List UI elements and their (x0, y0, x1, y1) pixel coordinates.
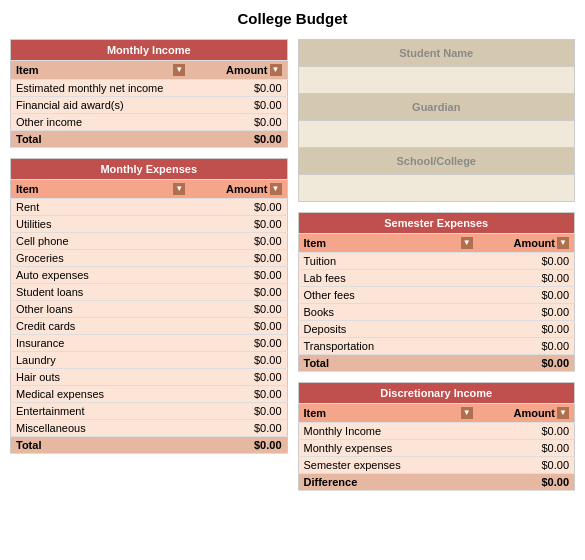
expenses-total-label: Total (11, 437, 191, 454)
semester-row: Books$0.00 (298, 304, 575, 321)
disc-item-col-header: Item ▼ (298, 404, 478, 423)
expenses-total-amount: $0.00 (190, 437, 287, 454)
guardian-value[interactable] (298, 121, 575, 148)
income-item-col-header: Item ▼ (11, 61, 191, 80)
income-item-cell: Other income (11, 114, 191, 131)
semester-item-cell: Deposits (298, 321, 478, 338)
semester-amount-cell: $0.00 (478, 253, 575, 270)
monthly-income-table: Monthly Income Item ▼ Amount ▼ (10, 39, 288, 148)
expenses-amount-cell: $0.00 (190, 335, 287, 352)
expenses-amount-cell: $0.00 (190, 301, 287, 318)
semester-amount-sort-btn[interactable]: ▼ (557, 237, 569, 249)
semester-item-cell: Other fees (298, 287, 478, 304)
semester-item-sort-btn[interactable]: ▼ (461, 237, 473, 249)
semester-total-label: Total (298, 355, 478, 372)
semester-item-cell: Tuition (298, 253, 478, 270)
semester-row: Transportation$0.00 (298, 338, 575, 355)
disc-amount-col-header: Amount ▼ (478, 404, 575, 423)
semester-amount-cell: $0.00 (478, 304, 575, 321)
expenses-row: Cell phone$0.00 (11, 233, 288, 250)
semester-expenses-header: Semester Expenses (298, 213, 575, 234)
income-item-cell: Estimated monthly net income (11, 80, 191, 97)
expenses-item-cell: Insurance (11, 335, 191, 352)
expenses-item-col-header: Item ▼ (11, 180, 191, 199)
expenses-amount-cell: $0.00 (190, 420, 287, 437)
semester-amount-cell: $0.00 (478, 338, 575, 355)
expenses-amount-cell: $0.00 (190, 267, 287, 284)
expenses-row: Insurance$0.00 (11, 335, 288, 352)
expenses-amount-cell: $0.00 (190, 403, 287, 420)
expenses-amount-col-header: Amount ▼ (190, 180, 287, 199)
expenses-row: Utilities$0.00 (11, 216, 288, 233)
discretionary-income-header: Discretionary Income (298, 383, 575, 404)
semester-item-col-header: Item ▼ (298, 234, 478, 253)
semester-amount-cell: $0.00 (478, 270, 575, 287)
disc-amount-sort-btn[interactable]: ▼ (557, 407, 569, 419)
expenses-amount-cell: $0.00 (190, 386, 287, 403)
expenses-item-cell: Groceries (11, 250, 191, 267)
expenses-item-cell: Credit cards (11, 318, 191, 335)
expenses-row: Entertainment$0.00 (11, 403, 288, 420)
expenses-item-cell: Entertainment (11, 403, 191, 420)
expenses-item-cell: Rent (11, 199, 191, 216)
expenses-item-cell: Hair outs (11, 369, 191, 386)
income-item-cell: Financial aid award(s) (11, 97, 191, 114)
expenses-row: Other loans$0.00 (11, 301, 288, 318)
expenses-amount-cell: $0.00 (190, 199, 287, 216)
school-value[interactable] (298, 175, 575, 202)
semester-item-cell: Transportation (298, 338, 478, 355)
expenses-amount-cell: $0.00 (190, 284, 287, 301)
expenses-amount-cell: $0.00 (190, 318, 287, 335)
income-amount-cell: $0.00 (190, 114, 287, 131)
expenses-item-cell: Cell phone (11, 233, 191, 250)
disc-amount-cell: $0.00 (478, 440, 575, 457)
expenses-row: Laundry$0.00 (11, 352, 288, 369)
monthly-expenses-header: Monthly Expenses (11, 159, 288, 180)
semester-row: Lab fees$0.00 (298, 270, 575, 287)
disc-amount-cell: $0.00 (478, 457, 575, 474)
semester-item-cell: Books (298, 304, 478, 321)
disc-item-sort-btn[interactable]: ▼ (461, 407, 473, 419)
income-total-amount: $0.00 (190, 131, 287, 148)
disc-item-cell: Semester expenses (298, 457, 478, 474)
disc-total-label: Difference (298, 474, 478, 491)
income-amount-cell: $0.00 (190, 97, 287, 114)
semester-expenses-table: Semester Expenses Item ▼ Amount ▼ (298, 212, 576, 372)
expenses-row: Auto expenses$0.00 (11, 267, 288, 284)
semester-amount-cell: $0.00 (478, 287, 575, 304)
income-row: Estimated monthly net income$0.00 (11, 80, 288, 97)
expenses-amount-cell: $0.00 (190, 216, 287, 233)
discretionary-income-table: Discretionary Income Item ▼ Amount ▼ (298, 382, 576, 491)
expenses-item-cell: Other loans (11, 301, 191, 318)
semester-row: Deposits$0.00 (298, 321, 575, 338)
expenses-item-cell: Auto expenses (11, 267, 191, 284)
expenses-amount-sort-btn[interactable]: ▼ (270, 183, 282, 195)
guardian-label: Guardian (298, 94, 575, 121)
disc-total-amount: $0.00 (478, 474, 575, 491)
expenses-item-cell: Miscellaneous (11, 420, 191, 437)
income-amount-sort-btn[interactable]: ▼ (270, 64, 282, 76)
income-total-label: Total (11, 131, 191, 148)
expenses-row: Hair outs$0.00 (11, 369, 288, 386)
semester-amount-cell: $0.00 (478, 321, 575, 338)
student-name-value[interactable] (298, 67, 575, 94)
monthly-income-header: Monthly Income (11, 40, 288, 61)
expenses-row: Groceries$0.00 (11, 250, 288, 267)
disc-row: Semester expenses$0.00 (298, 457, 575, 474)
school-label: School/College (298, 148, 575, 175)
disc-item-cell: Monthly Income (298, 423, 478, 440)
disc-row: Monthly expenses$0.00 (298, 440, 575, 457)
expenses-item-cell: Medical expenses (11, 386, 191, 403)
expenses-row: Rent$0.00 (11, 199, 288, 216)
semester-amount-col-header: Amount ▼ (478, 234, 575, 253)
income-row: Financial aid award(s)$0.00 (11, 97, 288, 114)
income-item-sort-btn[interactable]: ▼ (173, 64, 185, 76)
student-name-label: Student Name (298, 40, 575, 67)
expenses-item-sort-btn[interactable]: ▼ (173, 183, 185, 195)
page-title: College Budget (10, 10, 575, 27)
monthly-expenses-table: Monthly Expenses Item ▼ Amount ▼ (10, 158, 288, 454)
income-row: Other income$0.00 (11, 114, 288, 131)
semester-total-amount: $0.00 (478, 355, 575, 372)
semester-item-cell: Lab fees (298, 270, 478, 287)
expenses-row: Credit cards$0.00 (11, 318, 288, 335)
